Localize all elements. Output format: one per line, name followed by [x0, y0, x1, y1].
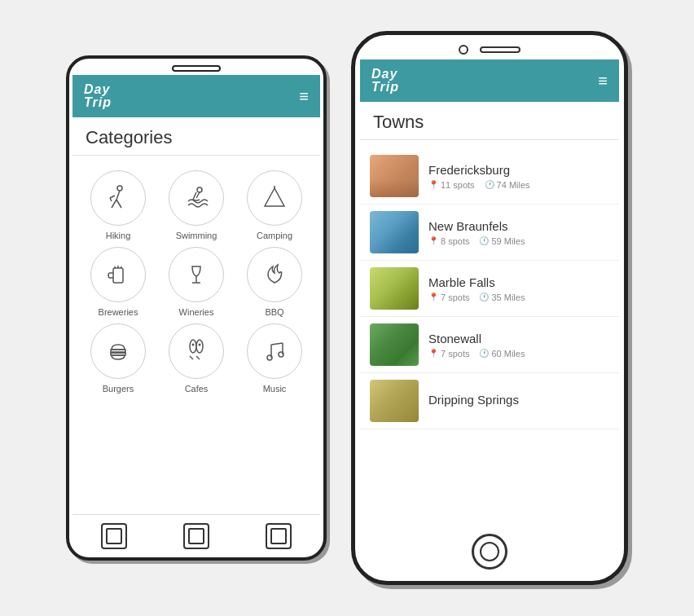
- towns-divider: [360, 139, 619, 140]
- svg-point-22: [196, 340, 203, 353]
- town-thumb-img-new-braunfels: [370, 211, 419, 253]
- town-meta-marble-falls: 📍 7 spots 🕐 35 Miles: [428, 293, 609, 302]
- category-label-breweries: Breweries: [99, 307, 138, 317]
- town-meta-fredericksburg: 📍 11 spots 🕐 74 Miles: [428, 180, 609, 190]
- pin-icon-marble-falls: 📍: [428, 293, 438, 301]
- clock-icon-new-braunfels: 🕐: [479, 236, 489, 245]
- towns-screen: Towns Fredericksburg 📍: [360, 102, 619, 526]
- hamburger-left[interactable]: ≡: [299, 87, 309, 106]
- pin-icon-new-braunfels: 📍: [428, 236, 438, 245]
- town-info-stonewall: Stonewall 📍 7 spots 🕐 60 Miles: [428, 332, 609, 359]
- burger-icon: [103, 337, 133, 366]
- svg-rect-10: [113, 268, 123, 283]
- category-item-burgers[interactable]: Burgers: [82, 323, 154, 394]
- android-speaker: [172, 65, 221, 72]
- app-logo-left: Day Trip: [84, 83, 112, 109]
- phones-container: Day Trip ≡ Categories: [50, 15, 644, 601]
- fire-icon: [260, 260, 289, 289]
- svg-point-23: [192, 344, 195, 346]
- iphone-screen: Day Trip ≡ Towns Fredericksburg: [360, 59, 619, 526]
- logo-line2-left: Trip: [84, 96, 112, 109]
- town-info-marble-falls: Marble Falls 📍 7 spots 🕐 35 Miles: [428, 275, 609, 302]
- svg-marker-8: [265, 188, 284, 206]
- category-label-music: Music: [263, 384, 287, 394]
- svg-line-3: [116, 200, 121, 208]
- category-item-bbq[interactable]: BBQ: [239, 247, 310, 317]
- iphone-home-inner: [480, 542, 499, 561]
- category-item-camping[interactable]: Camping: [239, 170, 310, 240]
- music-icon: [260, 337, 289, 366]
- category-label-wineries: Wineries: [179, 307, 214, 317]
- clock-icon-stonewall: 🕐: [479, 349, 489, 358]
- town-item-stonewall[interactable]: Stonewall 📍 7 spots 🕐 60 Miles: [360, 317, 619, 373]
- town-meta-stonewall: 📍 7 spots 🕐 60 Miles: [428, 349, 609, 359]
- town-item-dripping-springs[interactable]: Dripping Springs: [360, 373, 619, 429]
- categories-divider: [72, 155, 320, 156]
- hiking-icon: [103, 183, 133, 213]
- iphone: Day Trip ≡ Towns Fredericksburg: [351, 31, 628, 585]
- category-item-cafes[interactable]: Cafes: [160, 323, 232, 394]
- category-label-hiking: Hiking: [106, 231, 131, 240]
- category-item-music[interactable]: Music: [239, 323, 310, 394]
- category-circle-camping: [247, 170, 302, 226]
- categories-grid: Hiking Swimmi: [72, 164, 320, 400]
- town-info-dripping-springs: Dripping Springs: [428, 393, 609, 410]
- pin-icon-stonewall: 📍: [428, 349, 438, 358]
- town-miles-fredericksburg: 🕐 74 Miles: [485, 180, 530, 190]
- town-name-fredericksburg: Fredericksburg: [428, 163, 609, 177]
- iphone-top: [355, 35, 624, 59]
- svg-point-24: [199, 344, 201, 346]
- category-item-breweries[interactable]: Breweries: [82, 247, 154, 317]
- clock-icon-fredericksburg: 🕐: [485, 180, 494, 189]
- android-back-btn[interactable]: [101, 523, 127, 549]
- category-item-wineries[interactable]: Wineries: [160, 247, 232, 317]
- town-spots-fredericksburg: 📍 11 spots: [428, 180, 475, 190]
- iphone-home-button[interactable]: [472, 534, 507, 570]
- logo-line1-left: Day: [84, 83, 112, 96]
- android-phone: Day Trip ≡ Categories: [66, 55, 327, 561]
- android-home-btn[interactable]: [183, 523, 209, 549]
- svg-line-26: [196, 356, 200, 359]
- town-miles-new-braunfels: 🕐 59 Miles: [479, 236, 525, 246]
- town-spots-new-braunfels: 📍 8 spots: [428, 236, 469, 246]
- town-thumb-stonewall: [370, 323, 419, 366]
- category-circle-burgers: [90, 323, 146, 379]
- iphone-speaker: [480, 46, 520, 53]
- hamburger-right[interactable]: ≡: [598, 72, 608, 90]
- app-header-right: Day Trip ≡: [360, 59, 619, 102]
- town-miles-stonewall: 🕐 60 Miles: [479, 349, 525, 359]
- svg-line-27: [271, 343, 283, 345]
- category-circle-music: [247, 323, 302, 379]
- category-circle-cafes: [169, 323, 224, 379]
- camping-icon: [260, 183, 289, 213]
- town-meta-new-braunfels: 📍 8 spots 🕐 59 Miles: [428, 236, 609, 246]
- town-name-new-braunfels: New Braunfels: [428, 219, 609, 233]
- svg-point-21: [190, 340, 196, 353]
- category-label-cafes: Cafes: [185, 384, 209, 394]
- beer-icon: [103, 260, 133, 289]
- app-header-left: Day Trip ≡: [72, 75, 320, 117]
- wine-icon: [182, 260, 211, 289]
- town-item-new-braunfels[interactable]: New Braunfels 📍 8 spots 🕐 59 Miles: [360, 205, 619, 261]
- town-item-marble-falls[interactable]: Marble Falls 📍 7 spots 🕐 35 Miles: [360, 261, 619, 317]
- categories-screen: Categories: [72, 117, 320, 514]
- svg-point-6: [197, 187, 202, 192]
- category-item-hiking[interactable]: Hiking: [82, 170, 154, 240]
- swimming-icon: [182, 183, 211, 213]
- android-recent-btn[interactable]: [266, 523, 292, 549]
- category-label-burgers: Burgers: [103, 384, 134, 394]
- town-thumb-img-dripping-springs: [370, 380, 419, 422]
- logo-line1-right: Day: [371, 68, 399, 81]
- android-bottom-nav: [72, 514, 320, 557]
- salt-icon: [182, 337, 211, 366]
- town-spots-marble-falls: 📍 7 spots: [428, 293, 469, 302]
- town-thumb-marble-falls: [370, 267, 419, 310]
- town-thumb-img-marble-falls: [370, 267, 419, 310]
- svg-line-5: [110, 198, 112, 201]
- category-item-swimming[interactable]: Swimming: [160, 170, 232, 240]
- categories-title: Categories: [72, 117, 320, 155]
- category-circle-breweries: [90, 247, 146, 302]
- svg-line-2: [112, 200, 116, 208]
- town-item-fredericksburg[interactable]: Fredericksburg 📍 11 spots 🕐 74 Miles: [360, 148, 619, 205]
- category-circle-swimming: [169, 170, 224, 226]
